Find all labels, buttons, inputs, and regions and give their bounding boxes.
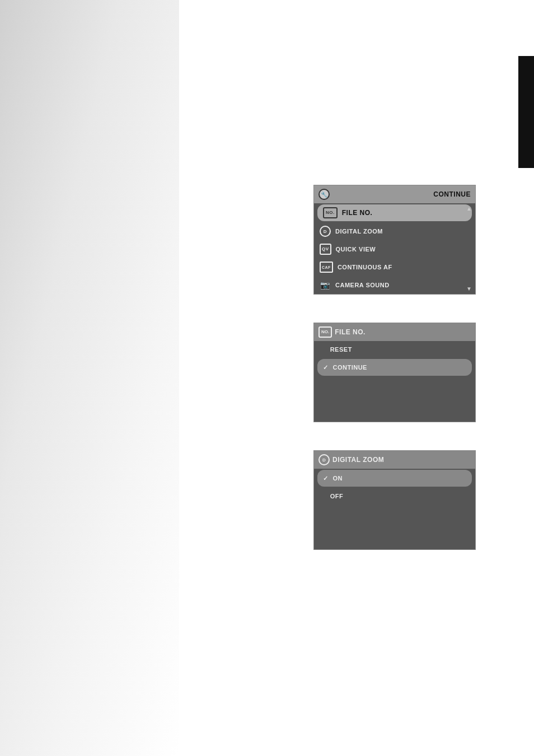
menu2-row-reset[interactable]: RESET	[314, 341, 475, 358]
menu2-continue-label: CONTINUE	[333, 364, 367, 371]
menu2-fileno-icon: NO.	[318, 326, 332, 338]
wrench-icon: 🔧	[318, 189, 330, 200]
menu3-dz-icon: D	[318, 454, 330, 465]
menu1-row-digitalzoom[interactable]: D DIGITAL ZOOM	[314, 222, 475, 240]
continuousaf-icon: CAF	[320, 262, 333, 273]
menu1-header-left: 🔧	[318, 189, 330, 200]
menu3-row-off[interactable]: OFF	[314, 488, 475, 505]
menu1-row-continuousaf[interactable]: CAF CONTINUOUS AF	[314, 258, 475, 276]
digitalzoom-submenu: D DIGITAL ZOOM ✓ ON OFF	[313, 450, 476, 550]
fileno-icon: NO.	[323, 207, 338, 218]
menu3-off-check	[320, 493, 326, 500]
right-tab	[518, 56, 534, 168]
menu1-header: 🔧 CONTINUE	[314, 185, 475, 203]
menu3-header: D DIGITAL ZOOM	[314, 451, 475, 469]
menu1-fileno-label: FILE NO.	[342, 209, 373, 217]
fileno-submenu: NO. FILE NO. RESET ✓ CONTINUE	[313, 323, 476, 422]
menu3-empty-space	[314, 505, 475, 549]
menu1-camerasound-label: CAMERA SOUND	[335, 282, 390, 288]
menu3-header-left: D DIGITAL ZOOM	[318, 454, 384, 465]
menus-container: 🔧 CONTINUE NO. FILE NO. D DIGITAL ZOOM Q…	[313, 185, 476, 550]
left-gradient-panel	[0, 0, 179, 756]
menu2-reset-label: RESET	[330, 346, 352, 353]
scroll-down-arrow: ▼	[466, 286, 472, 292]
menu1-quickview-label: QUICK VIEW	[336, 246, 376, 253]
menu2-continue-check: ✓	[323, 364, 329, 371]
menu1-continue-label: CONTINUE	[433, 190, 471, 198]
scroll-up-arrow: ▲	[466, 206, 472, 212]
menu2-header: NO. FILE NO.	[314, 323, 475, 341]
menu3-on-check: ✓	[323, 475, 329, 482]
menu1-row-quickview[interactable]: QV QUICK VIEW	[314, 240, 475, 258]
menu2-reset-check	[320, 346, 326, 353]
menu1-row-camerasound[interactable]: 📷 CAMERA SOUND	[314, 276, 475, 294]
menu2-row-continue[interactable]: ✓ CONTINUE	[317, 359, 472, 376]
menu2-empty-space	[314, 377, 475, 422]
menu2-header-title: FILE NO.	[335, 328, 366, 336]
menu2-header-left: NO. FILE NO.	[318, 326, 366, 338]
main-settings-menu: 🔧 CONTINUE NO. FILE NO. D DIGITAL ZOOM Q…	[313, 185, 476, 295]
menu1-row-fileno[interactable]: NO. FILE NO.	[317, 204, 472, 221]
digitalzoom-icon: D	[320, 226, 331, 237]
menu3-row-on[interactable]: ✓ ON	[317, 470, 472, 487]
menu1-digitalzoom-label: DIGITAL ZOOM	[335, 228, 383, 235]
menu3-off-label: OFF	[330, 493, 344, 500]
quickview-icon: QV	[320, 244, 331, 255]
menu3-header-title: DIGITAL ZOOM	[332, 456, 384, 464]
menu1-continuousaf-label: CONTINUOUS AF	[338, 264, 392, 270]
camerasound-icon: 📷	[320, 279, 331, 291]
menu3-on-label: ON	[333, 475, 343, 482]
